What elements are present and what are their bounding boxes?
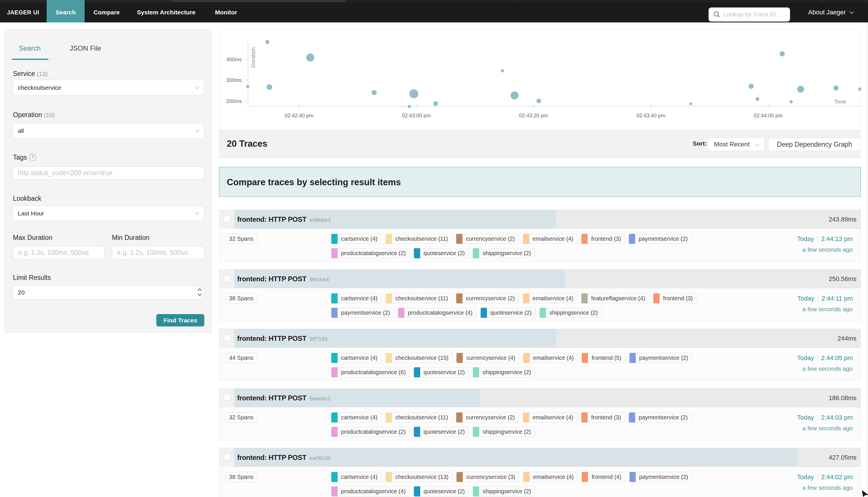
svg-text:200ms: 200ms bbox=[226, 98, 242, 104]
svg-text:02:43:20 pm: 02:43:20 pm bbox=[519, 113, 548, 118]
svg-text:02:43:00 pm: 02:43:00 pm bbox=[402, 113, 431, 118]
svg-text:02:44:00 pm: 02:44:00 pm bbox=[754, 113, 783, 118]
svg-text:Duration: Duration bbox=[250, 47, 256, 68]
svg-text:02:42:40 pm: 02:42:40 pm bbox=[285, 113, 313, 118]
svg-text:02:43:40 pm: 02:43:40 pm bbox=[636, 113, 665, 118]
svg-text:Time: Time bbox=[834, 99, 846, 105]
svg-text:400ms: 400ms bbox=[226, 57, 242, 62]
svg-text:300ms: 300ms bbox=[226, 77, 242, 83]
